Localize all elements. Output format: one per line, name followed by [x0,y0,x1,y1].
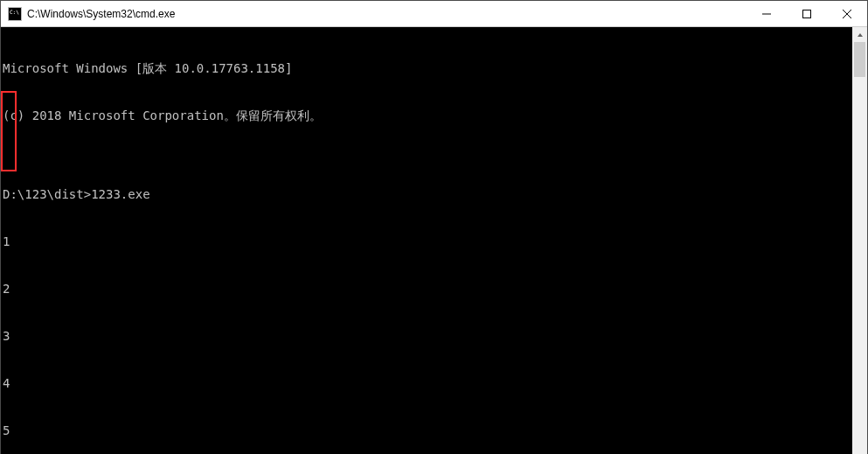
output-line: 5 [3,423,852,438]
close-button[interactable] [827,1,867,27]
output-line: 1 [3,234,852,249]
svg-rect-4 [803,10,811,17]
svg-text:C:\: C:\ [10,9,19,15]
maximize-button[interactable] [787,1,827,27]
prompt-line: D:\123\dist>1233.exe [3,186,852,202]
titlebar[interactable]: C:\ C:\Windows\System32\cmd.exe [1,1,867,27]
terminal-output[interactable]: Microsoft Windows [版本 10.0.17763.1158] (… [1,27,852,454]
highlight-box [1,91,17,171]
window-title: C:\Windows\System32\cmd.exe [27,8,175,20]
scroll-thumb[interactable] [854,42,865,77]
client-area: Microsoft Windows [版本 10.0.17763.1158] (… [1,27,867,454]
cmd-window: C:\ C:\Windows\System32\cmd.exe Microsof… [0,0,868,454]
svg-marker-7 [858,33,863,37]
scroll-up-button[interactable] [852,27,867,42]
prompt-path: D:\123\dist> [3,187,91,201]
output-line: 3 [3,328,852,344]
minimize-button[interactable] [746,1,787,27]
output-line: 2 [3,281,852,297]
output-line: 4 [3,375,852,391]
scroll-track[interactable] [852,42,867,454]
banner-line: (c) 2018 Microsoft Corporation。保留所有权利。 [3,108,852,123]
cmd-icon: C:\ [8,7,22,21]
vertical-scrollbar[interactable] [852,27,867,454]
prompt-command: 1233.exe [91,187,149,201]
banner-line: Microsoft Windows [版本 10.0.17763.1158] [3,60,852,76]
